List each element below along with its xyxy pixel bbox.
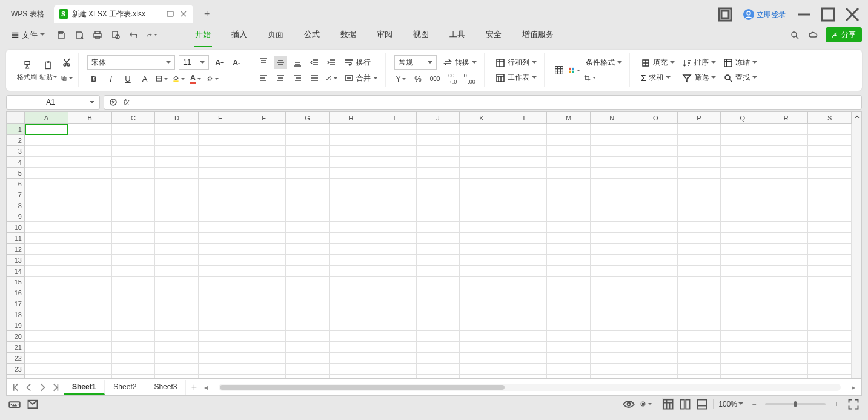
cell[interactable]: [68, 287, 112, 298]
cell[interactable]: [330, 124, 373, 135]
row-header[interactable]: 16: [7, 287, 25, 298]
cell[interactable]: [330, 168, 373, 179]
cell[interactable]: [330, 179, 373, 189]
cell[interactable]: [503, 287, 547, 298]
cell[interactable]: [242, 146, 286, 157]
cell[interactable]: [286, 255, 330, 266]
cell[interactable]: [678, 135, 721, 146]
cell[interactable]: [155, 287, 199, 298]
cell[interactable]: [547, 179, 591, 189]
cell[interactable]: [68, 364, 112, 375]
cell[interactable]: [764, 244, 808, 255]
cell[interactable]: [634, 233, 678, 244]
cell[interactable]: [678, 255, 721, 266]
cell[interactable]: [68, 298, 112, 309]
cell[interactable]: [591, 244, 634, 255]
column-header[interactable]: A: [25, 112, 68, 124]
cell[interactable]: [286, 244, 330, 255]
column-header[interactable]: O: [634, 112, 678, 124]
cell[interactable]: [417, 255, 460, 266]
cell[interactable]: [373, 309, 417, 320]
row-header[interactable]: 4: [7, 157, 25, 168]
cell[interactable]: [373, 342, 417, 353]
cell[interactable]: [764, 266, 808, 277]
cell[interactable]: [373, 233, 417, 244]
align-left-icon[interactable]: [257, 71, 270, 85]
cell[interactable]: [286, 342, 330, 353]
cell[interactable]: [764, 179, 808, 189]
cell[interactable]: [286, 277, 330, 287]
cell[interactable]: [764, 277, 808, 287]
cell[interactable]: [373, 222, 417, 233]
cell[interactable]: [721, 146, 764, 157]
cell[interactable]: [503, 277, 547, 287]
cell[interactable]: [286, 320, 330, 331]
cell[interactable]: [547, 146, 591, 157]
cell[interactable]: [764, 375, 808, 378]
cell[interactable]: [634, 287, 678, 298]
column-header[interactable]: N: [591, 112, 634, 124]
vertical-scrollbar[interactable]: [852, 112, 861, 378]
cell[interactable]: [721, 244, 764, 255]
cell[interactable]: [503, 364, 547, 375]
cell[interactable]: [634, 342, 678, 353]
cell[interactable]: [25, 168, 68, 179]
currency-icon[interactable]: ¥: [394, 72, 408, 85]
cell[interactable]: [242, 179, 286, 189]
undo-icon[interactable]: [128, 30, 139, 41]
cell[interactable]: [764, 342, 808, 353]
cell[interactable]: [25, 146, 68, 157]
cell[interactable]: [417, 157, 460, 168]
cell[interactable]: [460, 157, 503, 168]
cell[interactable]: [591, 375, 634, 378]
cell[interactable]: [417, 342, 460, 353]
cell[interactable]: [286, 146, 330, 157]
cell[interactable]: [25, 287, 68, 298]
filter-button[interactable]: 筛选: [680, 71, 718, 84]
cell[interactable]: [808, 157, 852, 168]
cell[interactable]: [460, 135, 503, 146]
cell[interactable]: [155, 266, 199, 277]
cell[interactable]: [808, 168, 852, 179]
cell[interactable]: [330, 298, 373, 309]
cell[interactable]: [330, 222, 373, 233]
cell[interactable]: [155, 222, 199, 233]
cell[interactable]: [547, 244, 591, 255]
page-layout-view-icon[interactable]: [679, 398, 691, 410]
cell[interactable]: [373, 364, 417, 375]
cell[interactable]: [155, 233, 199, 244]
cell[interactable]: [547, 320, 591, 331]
cell[interactable]: [68, 266, 112, 277]
cell[interactable]: [68, 179, 112, 189]
cell[interactable]: [25, 364, 68, 375]
font-name-select[interactable]: 宋体: [87, 55, 175, 70]
cell[interactable]: [112, 353, 156, 364]
cell[interactable]: [764, 189, 808, 200]
cell[interactable]: [112, 135, 156, 146]
cell[interactable]: [68, 331, 112, 342]
cell[interactable]: [286, 266, 330, 277]
print-preview-icon[interactable]: [110, 30, 121, 41]
cell[interactable]: [417, 331, 460, 342]
cell[interactable]: [155, 244, 199, 255]
cell[interactable]: [547, 364, 591, 375]
cell[interactable]: [808, 266, 852, 277]
cell[interactable]: [808, 255, 852, 266]
cell[interactable]: [808, 331, 852, 342]
cell[interactable]: [634, 277, 678, 287]
cell[interactable]: [199, 342, 242, 353]
indent-decrease-icon[interactable]: [308, 56, 321, 69]
cell[interactable]: [25, 233, 68, 244]
cell[interactable]: [199, 168, 242, 179]
cell[interactable]: [591, 189, 634, 200]
window-compact-icon[interactable]: [715, 6, 735, 23]
cell[interactable]: [155, 135, 199, 146]
cell[interactable]: [330, 353, 373, 364]
cell[interactable]: [373, 146, 417, 157]
cell[interactable]: [25, 179, 68, 189]
cell[interactable]: [286, 168, 330, 179]
cell[interactable]: [808, 353, 852, 364]
cell[interactable]: [591, 266, 634, 277]
cell[interactable]: [721, 364, 764, 375]
column-header[interactable]: D: [155, 112, 199, 124]
